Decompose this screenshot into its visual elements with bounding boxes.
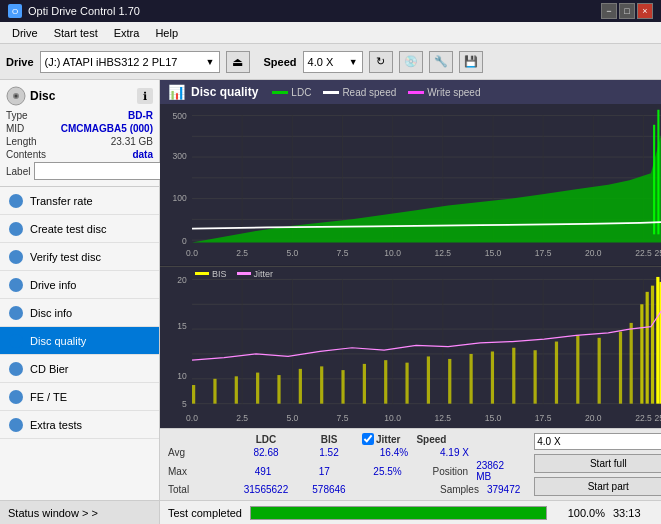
speed-select-drive[interactable]: 4.0 X ▼ <box>303 51 363 73</box>
svg-rect-93 <box>576 335 579 403</box>
disc-info-button[interactable]: ℹ <box>137 88 153 104</box>
drive-label: Drive <box>6 56 34 68</box>
svg-text:500: 500 <box>172 111 186 121</box>
svg-rect-79 <box>277 375 280 404</box>
svg-text:7.5: 7.5 <box>337 248 349 258</box>
status-window-button[interactable]: Status window > > <box>0 501 160 525</box>
svg-rect-80 <box>299 368 302 403</box>
nav-transfer-rate[interactable]: Transfer rate <box>0 187 159 215</box>
content-area: 📊 Disc quality LDC Read speed Write spee… <box>160 80 661 500</box>
menu-drive[interactable]: Drive <box>4 25 46 41</box>
svg-text:2.5: 2.5 <box>236 248 248 258</box>
menu-start-test[interactable]: Start test <box>46 25 106 41</box>
svg-rect-87 <box>448 358 451 403</box>
svg-rect-98 <box>646 291 649 403</box>
start-full-button[interactable]: Start full <box>534 454 661 473</box>
drive-select[interactable]: (J:) ATAPI iHBS312 2 PL17 ▼ <box>40 51 220 73</box>
nav-extra-tests[interactable]: Extra tests <box>0 411 159 439</box>
svg-text:20: 20 <box>177 274 186 285</box>
nav-disc-quality[interactable]: Disc quality <box>0 327 159 355</box>
speed-label: Speed <box>264 56 297 68</box>
title-bar: O Opti Drive Control 1.70 − □ × <box>0 0 661 22</box>
stats-section: LDC BIS Jitter Speed Avg 82.68 1.52 16.4… <box>160 429 528 500</box>
write-speed-legend-color <box>408 91 424 94</box>
ldc-max: 491 <box>234 466 292 477</box>
svg-text:25.0 GB: 25.0 GB <box>654 412 661 423</box>
nav-disc-info[interactable]: Disc info <box>0 299 159 327</box>
svg-point-2 <box>15 95 18 98</box>
refresh-button[interactable]: ↻ <box>369 51 393 73</box>
elapsed-time: 33:13 <box>613 507 653 519</box>
position-value: 23862 MB <box>476 460 520 482</box>
window-controls: − □ × <box>601 3 653 19</box>
avg-label: Avg <box>168 447 228 458</box>
chart-icon: 📊 <box>168 84 185 100</box>
menu-help[interactable]: Help <box>147 25 186 41</box>
ldc-legend-label: LDC <box>291 87 311 98</box>
minimize-button[interactable]: − <box>601 3 617 19</box>
write-speed-legend-label: Write speed <box>427 87 480 98</box>
nav-drive-info[interactable]: Drive info <box>0 271 159 299</box>
svg-text:5: 5 <box>182 398 187 409</box>
top-chart: 500 300 100 0 18X 16X 14X 12X 10X 8X 6X … <box>160 104 661 267</box>
jitter-column-header: Jitter <box>376 434 400 445</box>
nav-cd-bier[interactable]: CD Bier <box>0 355 159 383</box>
top-chart-svg: 500 300 100 0 18X 16X 14X 12X 10X 8X 6X … <box>160 104 661 266</box>
label-input[interactable] <box>34 162 167 180</box>
ldc-avg: 82.68 <box>236 447 296 458</box>
bottom-chart-svg: 20 15 10 5 40% 32% 24% 16% 8% <box>160 267 661 429</box>
svg-rect-88 <box>469 353 472 403</box>
samples-value: 379472 <box>487 484 520 495</box>
svg-text:5.0: 5.0 <box>286 412 298 423</box>
svg-text:300: 300 <box>172 151 186 161</box>
sidebar: Disc ℹ Type BD-R MID CMCMAGBA5 (000) Len… <box>0 80 160 500</box>
svg-text:2.5: 2.5 <box>236 412 248 423</box>
nav-fe-te[interactable]: FE / TE <box>0 383 159 411</box>
settings-button[interactable]: 🔧 <box>429 51 453 73</box>
svg-text:0: 0 <box>182 235 187 245</box>
disc-button[interactable]: 💿 <box>399 51 423 73</box>
svg-rect-77 <box>235 376 238 403</box>
svg-rect-94 <box>598 337 601 403</box>
svg-rect-76 <box>213 378 216 403</box>
total-label: Total <box>168 484 228 495</box>
read-speed-legend-color <box>323 91 339 94</box>
eject-button[interactable]: ⏏ <box>226 51 250 73</box>
jitter-avg: 16.4% <box>364 447 424 458</box>
svg-rect-84 <box>384 360 387 403</box>
bis-legend-label: BIS <box>212 269 227 279</box>
speed-select-quality[interactable]: 4.0 X ▼ <box>534 433 661 450</box>
ldc-total: 31565622 <box>236 484 296 495</box>
svg-text:15.0: 15.0 <box>485 248 502 258</box>
menu-extra[interactable]: Extra <box>106 25 148 41</box>
jitter-legend-label: Jitter <box>254 269 274 279</box>
nav-verify-test-disc[interactable]: Verify test disc <box>0 243 159 271</box>
svg-text:20.0: 20.0 <box>585 248 602 258</box>
close-button[interactable]: × <box>637 3 653 19</box>
svg-rect-99 <box>651 285 654 403</box>
nav-create-test-disc[interactable]: Create test disc <box>0 215 159 243</box>
svg-rect-85 <box>405 362 408 403</box>
svg-rect-78 <box>256 372 259 403</box>
svg-text:20.0: 20.0 <box>585 412 602 423</box>
svg-rect-92 <box>555 341 558 403</box>
svg-text:0.0: 0.0 <box>186 248 198 258</box>
length-label: Length <box>6 136 37 147</box>
drive-bar: Drive (J:) ATAPI iHBS312 2 PL17 ▼ ⏏ Spee… <box>0 44 661 80</box>
svg-rect-96 <box>630 322 633 403</box>
svg-text:22.5: 22.5 <box>635 412 652 423</box>
chart-legend: LDC Read speed Write speed <box>272 87 480 98</box>
svg-text:15.0: 15.0 <box>485 412 502 423</box>
svg-text:15: 15 <box>177 320 186 331</box>
menu-bar: Drive Start test Extra Help <box>0 22 661 44</box>
maximize-button[interactable]: □ <box>619 3 635 19</box>
svg-text:12.5: 12.5 <box>435 248 452 258</box>
start-part-button[interactable]: Start part <box>534 477 661 496</box>
svg-rect-100 <box>656 276 659 403</box>
app-title: Opti Drive Control 1.70 <box>28 5 140 17</box>
ldc-legend-color <box>272 91 288 94</box>
jitter-checkbox[interactable] <box>362 433 374 445</box>
length-value: 23.31 GB <box>111 136 153 147</box>
save-button[interactable]: 💾 <box>459 51 483 73</box>
app-icon: O <box>8 4 22 18</box>
